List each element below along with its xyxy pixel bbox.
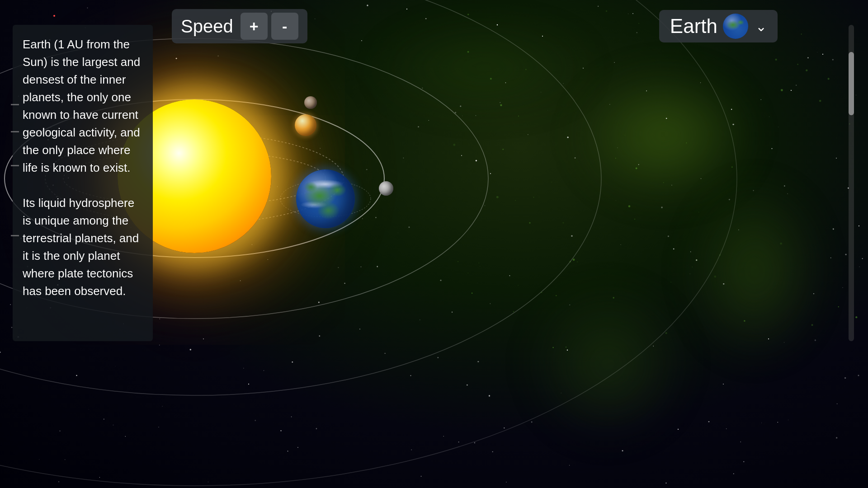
- chevron-down-icon: ⌄: [755, 19, 767, 34]
- info-panel: Earth (1 AU from the Sun) is the largest…: [13, 25, 153, 341]
- earth-planet: [296, 169, 355, 228]
- scrollbar-track: [849, 25, 854, 341]
- venus: [295, 114, 316, 136]
- info-paragraph-1: Earth (1 AU from the Sun) is the largest…: [23, 36, 143, 177]
- planet-selector-label: Earth: [670, 15, 717, 38]
- info-panel-scrollbar[interactable]: [847, 25, 855, 341]
- scroll-indicator: [11, 165, 19, 166]
- scrollbar-thumb[interactable]: [849, 52, 854, 115]
- speed-label: Speed: [181, 16, 233, 37]
- moon: [379, 181, 393, 196]
- planet-selector-icon: [723, 14, 748, 39]
- speed-minus-button[interactable]: -: [271, 13, 298, 40]
- info-paragraph-2: Its liquid hydrosphere is unique among t…: [23, 194, 143, 300]
- header-controls: Speed + - Earth ⌄: [172, 9, 778, 43]
- scroll-indicator: [11, 235, 19, 236]
- planet-selector[interactable]: Earth ⌄: [659, 10, 778, 42]
- speed-control: Speed + -: [172, 9, 307, 43]
- mercury: [304, 96, 317, 109]
- speed-plus-button[interactable]: +: [241, 13, 268, 40]
- scroll-indicator: [11, 131, 19, 132]
- scroll-indicator: [11, 104, 19, 105]
